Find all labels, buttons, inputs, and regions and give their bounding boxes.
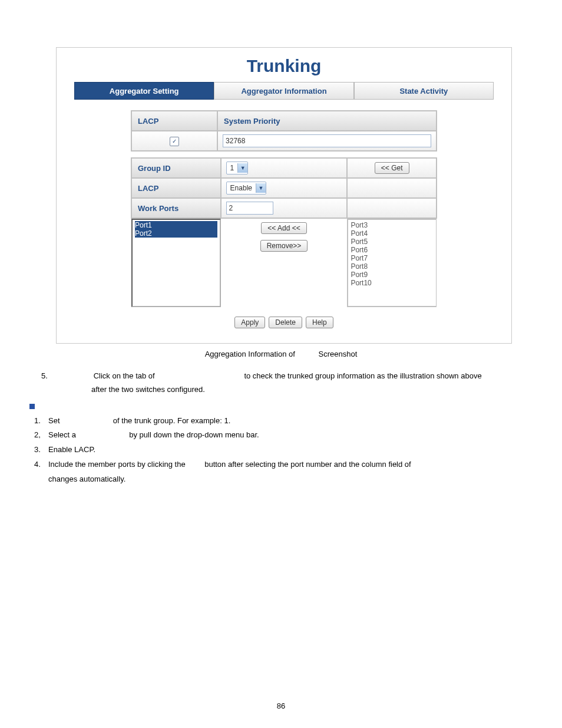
selected-ports-listbox[interactable]: Port1 Port2 [131,219,221,307]
list-item[interactable]: Port10 [351,279,434,287]
chevron-down-icon: ▼ [256,183,266,193]
list-item: 1. Set of the trunk group. For example: … [34,414,533,429]
list-item[interactable]: Port4 [351,229,434,238]
bullet-icon [29,404,35,409]
delete-button[interactable]: Delete [269,317,302,328]
group-id-select[interactable]: 1 ▼ [226,162,249,174]
lacp-select-value: Enable [230,184,252,192]
screenshot-panel: Trunking Aggregator Setting Aggregator I… [56,47,512,344]
group-id-header: Group ID [131,158,221,178]
work-ports-header: Work Ports [131,198,221,218]
sys-prio-header: System Priority [217,111,437,131]
list-item[interactable]: Port3 [351,221,434,229]
list-item: 3. Enable LACP. [34,443,533,457]
lacp-row-header: LACP [131,178,221,198]
tab-aggregator-setting[interactable]: Aggregator Setting [74,82,214,100]
apply-button[interactable]: Apply [234,317,265,328]
lacp-select[interactable]: Enable ▼ [226,182,266,195]
chevron-down-icon: ▼ [237,163,247,173]
remove-button[interactable]: Remove>> [260,240,308,252]
work-ports-input[interactable] [226,202,273,215]
body-paragraph: 5. Click on the tab of to check the trun… [41,369,533,397]
tab-aggregator-information[interactable]: Aggregator Information [214,82,353,100]
group-config-table: Group ID 1 ▼ << Get LACP [131,157,437,307]
list-item[interactable]: Port6 [351,246,434,254]
group-id-value: 1 [230,164,234,172]
tab-state-activity[interactable]: State Activity [354,82,494,100]
help-button[interactable]: Help [306,317,333,328]
steps-list: 1. Set of the trunk group. For example: … [34,414,533,486]
list-item[interactable]: Port9 [351,271,434,279]
action-buttons: Apply Delete Help [131,317,437,328]
lacp-checkbox[interactable]: ✓ [170,137,179,146]
lacp-sysprio-table: LACP System Priority ✓ [131,110,437,151]
page-number: 86 [0,701,562,710]
section-subhead [29,401,533,410]
list-item: 2, Select a by pull down the drop-down m… [34,428,533,443]
sys-prio-input[interactable] [223,134,431,147]
list-item: 4. Include the member ports by clicking … [34,457,533,486]
tab-bar: Aggregator Setting Aggregator Informatio… [74,82,494,100]
add-button[interactable]: << Add << [261,222,306,234]
list-item[interactable]: Port2 [135,229,217,238]
list-item[interactable]: Port7 [351,254,434,262]
list-item[interactable]: Port1 [135,221,217,229]
list-item[interactable]: Port8 [351,262,434,271]
page-title: Trunking [74,54,494,82]
list-item[interactable]: Port5 [351,238,434,246]
lacp-header: LACP [131,111,217,131]
get-button[interactable]: << Get [375,162,409,174]
available-ports-listbox[interactable]: Port3 Port4 Port5 Port6 Port7 Port8 Port… [347,219,437,307]
figure-caption: Aggregation Information of Screenshot [29,350,533,358]
